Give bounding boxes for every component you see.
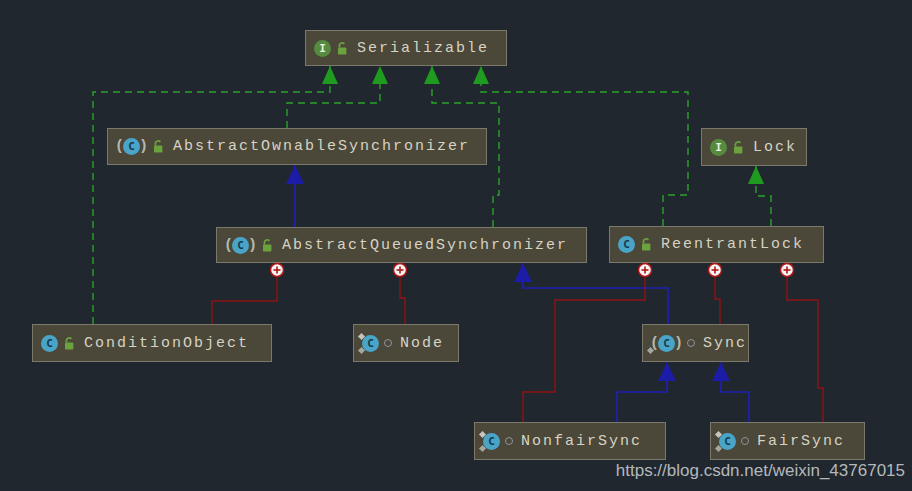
public-visibility-icon [640, 237, 653, 252]
edge-reentrantlock-nonfairsync [523, 270, 645, 422]
uml-class-diagram-canvas[interactable]: ISerializable(C)AbstractOwnableSynchroni… [0, 0, 912, 491]
package-visibility-icon [741, 437, 749, 445]
edge-aqs-conditionobject [212, 270, 277, 324]
class-icon: (C) [116, 138, 147, 155]
class-icon: (C) [225, 237, 256, 254]
class-node-aos[interactable]: (C)AbstractOwnableSynchronizer [107, 128, 487, 165]
class-node-nonfairsync[interactable]: CNonfairSync [474, 422, 666, 460]
class-node-fairsync[interactable]: CFairSync [710, 422, 865, 460]
class-node-serializable[interactable]: ISerializable [305, 30, 507, 66]
expand-inner-class-button[interactable] [271, 264, 284, 277]
public-visibility-icon [261, 238, 274, 253]
public-visibility-icon [336, 41, 349, 56]
class-icon: C [483, 433, 500, 450]
edge-reentrantlock-sync [715, 270, 720, 324]
edge-aqs-node [400, 270, 405, 324]
realization-arrowhead-icon [748, 166, 764, 184]
generalization-arrowhead-icon [286, 165, 304, 184]
class-node-conditionobject[interactable]: CConditionObject [32, 324, 272, 362]
generalization-arrowhead-icon [658, 362, 676, 381]
node-label: NonfairSync [521, 434, 642, 449]
class-icon: C [362, 335, 379, 352]
node-label: Node [400, 336, 444, 351]
expand-inner-class-button[interactable] [781, 264, 794, 277]
package-visibility-icon [505, 437, 513, 445]
class-icon: (C) [651, 335, 682, 352]
public-visibility-icon [63, 336, 76, 351]
node-label: Lock [753, 140, 797, 155]
realization-arrowhead-icon [372, 66, 388, 84]
node-label: FairSync [757, 434, 845, 449]
class-node-reentrantlock[interactable]: CReentrantLock [609, 226, 824, 263]
class-node-lock[interactable]: ILock [701, 128, 807, 166]
edge-reentrantlock-fairsync [787, 270, 823, 422]
edge-reentrantlock-serializable [481, 66, 688, 226]
realization-arrowhead-icon [322, 66, 338, 84]
realization-arrowhead-icon [473, 66, 489, 84]
node-label: AbstractQueuedSynchronizer [282, 238, 568, 253]
class-icon: C [618, 236, 635, 253]
public-visibility-icon [152, 139, 165, 154]
node-label: AbstractOwnableSynchronizer [173, 139, 470, 154]
watermark-url: https://blog.csdn.net/weixin_43767015 [616, 461, 905, 481]
class-node-sync[interactable]: (C)Sync [642, 324, 749, 362]
class-node-node[interactable]: CNode [353, 324, 459, 362]
expand-inner-class-button[interactable] [639, 264, 652, 277]
class-node-aqs[interactable]: (C)AbstractQueuedSynchronizer [216, 227, 587, 263]
class-icon: C [719, 433, 736, 450]
edge-nonfairsync-sync [617, 362, 667, 422]
node-label: ReentrantLock [661, 237, 804, 252]
public-visibility-icon [732, 140, 745, 155]
interface-icon: I [710, 139, 727, 156]
expand-inner-class-button[interactable] [394, 264, 407, 277]
package-visibility-icon [384, 339, 392, 347]
package-visibility-icon [687, 339, 695, 347]
realization-arrowhead-icon [424, 66, 440, 84]
node-label: Sync [703, 336, 747, 351]
generalization-arrowhead-icon [712, 362, 730, 381]
generalization-arrowhead-icon [514, 263, 532, 282]
node-label: Serializable [357, 41, 489, 56]
expand-inner-class-button[interactable] [709, 264, 722, 277]
interface-icon: I [314, 40, 331, 57]
class-icon: C [41, 335, 58, 352]
node-label: ConditionObject [84, 336, 249, 351]
